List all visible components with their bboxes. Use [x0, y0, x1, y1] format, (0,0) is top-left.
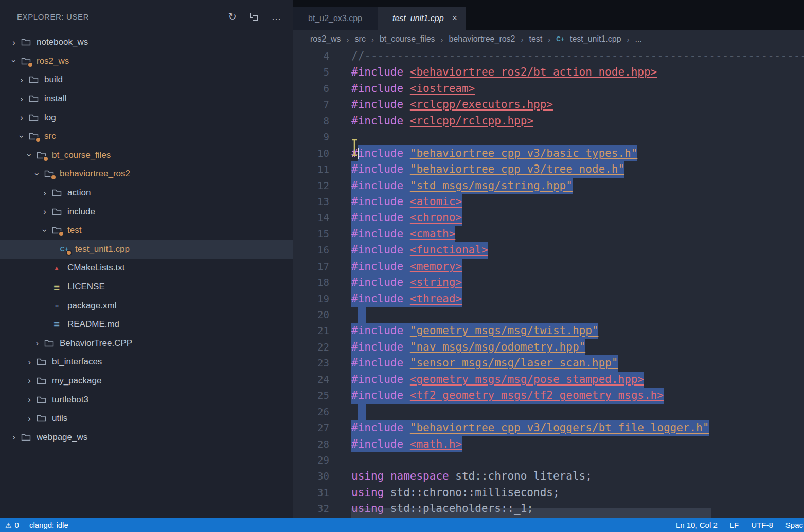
- breadcrumb-item-test-unit1-cpp[interactable]: test_unit1.cpp: [570, 34, 621, 44]
- code-line-20[interactable]: 20: [293, 307, 804, 323]
- breadcrumb-item-src[interactable]: src: [355, 34, 366, 44]
- code-line-8[interactable]: 8#include <rclcpp/rclcpp.hpp>: [293, 113, 804, 129]
- tree-item-package-xml[interactable]: ‹›package.xml: [0, 296, 293, 315]
- tree-item-src[interactable]: ›src: [0, 127, 293, 146]
- code-line-10[interactable]: 10#include "behaviortree_cpp_v3/basic_ty…: [293, 145, 804, 161]
- code-line-17[interactable]: 17#include <memory>: [293, 259, 804, 274]
- explorer-title[interactable]: EXPLORER: USER: [17, 12, 228, 21]
- status-cursor-position[interactable]: Ln 10, Col 2: [676, 521, 718, 529]
- code-line-5[interactable]: 5#include <behaviortree_ros2/bt_action_n…: [293, 64, 804, 80]
- code-line-13[interactable]: 13#include <atomic>: [293, 194, 804, 210]
- tree-item-include[interactable]: ›include: [0, 202, 293, 221]
- tree-item-license[interactable]: ≣LICENSE: [0, 278, 293, 297]
- code-line-4[interactable]: 4//-------------------------------------…: [293, 48, 804, 64]
- breadcrumb-item-behaviortree-ros2[interactable]: behaviortree_ros2: [449, 34, 515, 44]
- code-line-18[interactable]: 18#include <string>: [293, 274, 804, 290]
- breadcrumb-separator-icon: ›: [347, 35, 349, 44]
- code-line-23[interactable]: 23#include "sensor_msgs/msg/laser_scan.h…: [293, 355, 804, 371]
- tree-item-behaviortree-ros2[interactable]: ›behaviortree_ros2: [0, 164, 293, 184]
- code-line-29[interactable]: 29: [293, 452, 804, 468]
- code-line-11[interactable]: 11#include "behaviortree_cpp_v3/tree_nod…: [293, 161, 804, 177]
- code-line-7[interactable]: 7#include <rclcpp/executors.hpp>: [293, 97, 804, 113]
- tree-item-utils[interactable]: ›utils: [0, 409, 293, 428]
- breadcrumb-item-test[interactable]: test: [529, 34, 543, 44]
- horizontal-scrollbar-thumb[interactable]: [351, 508, 711, 518]
- tree-item-bt-course-files[interactable]: ›bt_course_files: [0, 146, 293, 165]
- status-label: LF: [730, 521, 739, 529]
- code-line-6[interactable]: 6#include <iostream>: [293, 81, 804, 97]
- status-warning-count[interactable]: ⚠0: [5, 521, 19, 529]
- folder-icon: [20, 432, 32, 443]
- code-token: #include: [351, 324, 403, 337]
- code-content: #include <atomic>: [351, 194, 462, 210]
- vscode-window: EXPLORER: USER ↻… ›notebook_ws›ros2_ws›b…: [0, 0, 804, 532]
- status-encoding-indicator[interactable]: UTF-8: [751, 521, 773, 529]
- line-number: 24: [293, 372, 329, 388]
- tree-item-cmakelists-txt[interactable]: ▲CMakeLists.txt: [0, 259, 293, 278]
- code-line-12[interactable]: 12#include "std_msgs/msg/string.hpp": [293, 178, 804, 194]
- line-number: 21: [293, 323, 329, 339]
- code-line-26[interactable]: 26: [293, 404, 804, 420]
- tree-item-build[interactable]: ›build: [0, 70, 293, 89]
- refresh-explorer-icon[interactable]: ↻: [228, 12, 237, 22]
- breadcrumb-item-ros2-ws[interactable]: ros2_ws: [310, 34, 341, 44]
- status-indentation-indicator[interactable]: Spac: [785, 521, 803, 529]
- folder-icon: [20, 37, 32, 47]
- code-token: <chrono>: [410, 211, 462, 224]
- tab-bar: bt_u2_ex3.cpptest_unit1.cpp×: [293, 0, 804, 30]
- tree-item-test[interactable]: ›test: [0, 221, 293, 240]
- tree-item-notebook-ws[interactable]: ›notebook_ws: [0, 33, 293, 52]
- code-token: using: [351, 470, 384, 482]
- code-line-30[interactable]: 30using namespace std::chrono_literals;: [293, 468, 804, 484]
- more-actions-icon[interactable]: …: [271, 12, 281, 22]
- tree-item-my-package[interactable]: ›my_package: [0, 372, 293, 391]
- folder-icon: [35, 376, 47, 386]
- status-clangd-status[interactable]: clangd: idle: [29, 521, 68, 529]
- xml-file-icon: ‹›: [50, 301, 63, 311]
- tree-item-webpage-ws[interactable]: ›webpage_ws: [0, 428, 293, 447]
- code-token: #include: [351, 179, 403, 192]
- code-token: [403, 244, 410, 256]
- code-line-27[interactable]: 27#include "behaviortree_cpp_v3/loggers/…: [293, 420, 804, 436]
- explorer-sidebar: EXPLORER: USER ↻… ›notebook_ws›ros2_ws›b…: [0, 0, 293, 518]
- code-line-21[interactable]: 21#include "geometry_msgs/msg/twist.hpp": [293, 323, 804, 339]
- code-line-24[interactable]: 24#include <geometry_msgs/msg/pose_stamp…: [293, 372, 804, 388]
- tree-item-bt-interfaces[interactable]: ›bt_interfaces: [0, 353, 293, 372]
- tree-item-turtlebot3[interactable]: ›turtlebot3: [0, 390, 293, 409]
- code-line-14[interactable]: 14#include <chrono>: [293, 210, 804, 226]
- code-line-16[interactable]: 16#include <functional>: [293, 242, 804, 258]
- collapse-folders-icon[interactable]: [250, 13, 258, 21]
- code-line-22[interactable]: 22#include "nav_msgs/msg/odometry.hpp": [293, 339, 804, 355]
- code-token: #include: [351, 373, 403, 386]
- code-token: #include: [351, 115, 403, 127]
- code-editor[interactable]: 4//-------------------------------------…: [293, 48, 804, 518]
- close-icon[interactable]: ×: [452, 13, 458, 24]
- breadcrumb-item-[interactable]: ...: [635, 34, 642, 44]
- tree-item-ros2-ws[interactable]: ›ros2_ws: [0, 52, 293, 71]
- code-token: "behaviortree_cpp_v3/loggers/bt_file_log…: [410, 421, 709, 434]
- git-modified-badge: [27, 62, 33, 68]
- tree-item-install[interactable]: ›install: [0, 89, 293, 108]
- code-line-31[interactable]: 31using std::chrono::milliseconds;: [293, 485, 804, 501]
- tab-bt-u2-ex3-cpp[interactable]: bt_u2_ex3.cpp: [293, 7, 378, 30]
- code-line-15[interactable]: 15#include <cmath>: [293, 226, 804, 242]
- tree-item-label: ros2_ws: [37, 56, 69, 66]
- folder-icon: [27, 75, 40, 85]
- tree-item-action[interactable]: ›action: [0, 184, 293, 203]
- status-eol-indicator[interactable]: LF: [730, 521, 739, 529]
- code-token: #include: [351, 276, 403, 288]
- tree-item-behaviortree-cpp[interactable]: ›BehaviorTree.CPP: [0, 334, 293, 353]
- tree-item-log[interactable]: ›log: [0, 108, 293, 127]
- folder-icon: [50, 207, 63, 217]
- git-modified-badge: [50, 174, 57, 180]
- code-line-9[interactable]: 9: [293, 129, 804, 145]
- code-line-19[interactable]: 19#include <thread>: [293, 291, 804, 307]
- code-line-25[interactable]: 25#include <tf2_geometry_msgs/tf2_geomet…: [293, 388, 804, 403]
- breadcrumb-item-bt-course-files[interactable]: bt_course_files: [380, 34, 435, 44]
- code-line-28[interactable]: 28#include <math.h>: [293, 436, 804, 452]
- tab-test-unit1-cpp[interactable]: test_unit1.cpp×: [378, 7, 466, 30]
- code-token: <memory>: [410, 260, 462, 272]
- tree-item-readme-md[interactable]: ≣README.md: [0, 315, 293, 334]
- tree-item-test-unit1-cpp[interactable]: C+test_unit1.cpp: [0, 240, 293, 259]
- explorer-header[interactable]: EXPLORER: USER ↻…: [0, 0, 293, 33]
